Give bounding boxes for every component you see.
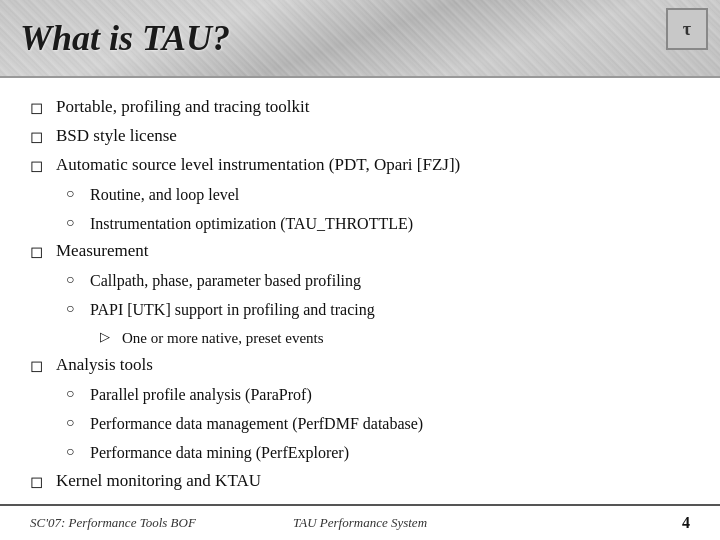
bullet-text-6: Kernel monitoring and KTAU <box>56 470 261 493</box>
bullet-symbol-2: ◻ <box>30 126 48 148</box>
bullet-symbol-4: ◻ <box>30 241 48 263</box>
slide-header: What is TAU? τ <box>0 0 720 78</box>
bullet-text-3: Automatic source level instrumentation (… <box>56 154 460 177</box>
bullet-item-5: ◻ Analysis tools <box>30 354 690 377</box>
sub-bullet-5-3: ○ Performance data mining (PerfExplorer) <box>30 443 690 464</box>
bullet-text-5: Analysis tools <box>56 354 153 377</box>
slide-title: What is TAU? <box>20 17 230 59</box>
bullet-item-6: ◻ Kernel monitoring and KTAU <box>30 470 690 493</box>
sub-bullet-text-5-2: Performance data management (PerfDMF dat… <box>90 414 423 435</box>
slide-footer: SC'07: Performance Tools BOF TAU Perform… <box>0 504 720 540</box>
sub-bullet-text-4-1: Callpath, phase, parameter based profili… <box>90 271 361 292</box>
sub-sub-symbol-4-2-1: ▷ <box>100 329 114 346</box>
sub-bullet-text-3-1: Routine, and loop level <box>90 185 239 206</box>
sub-bullet-5-2: ○ Performance data management (PerfDMF d… <box>30 414 690 435</box>
bullet-symbol-6: ◻ <box>30 471 48 493</box>
sub-sub-bullet-4-2-1: ▷ One or more native, preset events <box>30 329 690 349</box>
sub-bullet-text-3-2: Instrumentation optimization (TAU_THROTT… <box>90 214 413 235</box>
sub-bullet-3-2: ○ Instrumentation optimization (TAU_THRO… <box>30 214 690 235</box>
sub-bullet-5-1: ○ Parallel profile analysis (ParaProf) <box>30 385 690 406</box>
sub-bullet-4-2: ○ PAPI [UTK] support in profiling and tr… <box>30 300 690 321</box>
slide: What is TAU? τ ◻ Portable, profiling and… <box>0 0 720 540</box>
footer-center: TAU Performance System <box>293 515 427 531</box>
bullet-item-4: ◻ Measurement <box>30 240 690 263</box>
bullet-symbol-1: ◻ <box>30 97 48 119</box>
sub-bullet-symbol-4-1: ○ <box>66 271 82 289</box>
slide-content: ◻ Portable, profiling and tracing toolki… <box>0 78 720 504</box>
sub-sub-text-4-2-1: One or more native, preset events <box>122 329 324 349</box>
sub-bullet-symbol-4-2: ○ <box>66 300 82 318</box>
bullet-item-3: ◻ Automatic source level instrumentation… <box>30 154 690 177</box>
tau-logo-text: τ <box>683 19 691 40</box>
bullet-symbol-3: ◻ <box>30 155 48 177</box>
sub-bullet-symbol-3-2: ○ <box>66 214 82 232</box>
sub-bullet-3-1: ○ Routine, and loop level <box>30 185 690 206</box>
sub-bullet-symbol-5-2: ○ <box>66 414 82 432</box>
sub-bullet-symbol-5-1: ○ <box>66 385 82 403</box>
bullet-item-1: ◻ Portable, profiling and tracing toolki… <box>30 96 690 119</box>
tau-logo: τ <box>666 8 708 50</box>
sub-bullet-text-5-1: Parallel profile analysis (ParaProf) <box>90 385 312 406</box>
footer-page-number: 4 <box>682 514 690 532</box>
sub-bullet-symbol-5-3: ○ <box>66 443 82 461</box>
footer-left: SC'07: Performance Tools BOF <box>30 515 196 531</box>
bullet-item-2: ◻ BSD style license <box>30 125 690 148</box>
bullet-text-2: BSD style license <box>56 125 177 148</box>
sub-bullet-4-1: ○ Callpath, phase, parameter based profi… <box>30 271 690 292</box>
sub-bullet-text-5-3: Performance data mining (PerfExplorer) <box>90 443 349 464</box>
sub-bullet-symbol-3-1: ○ <box>66 185 82 203</box>
sub-bullet-text-4-2: PAPI [UTK] support in profiling and trac… <box>90 300 375 321</box>
bullet-symbol-5: ◻ <box>30 355 48 377</box>
bullet-text-4: Measurement <box>56 240 149 263</box>
bullet-text-1: Portable, profiling and tracing toolkit <box>56 96 310 119</box>
